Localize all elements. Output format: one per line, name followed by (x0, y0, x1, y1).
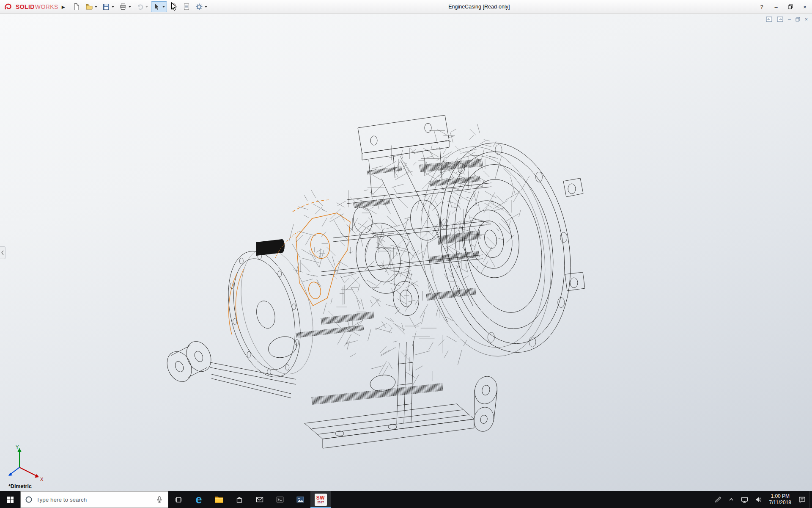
print-button[interactable] (117, 1, 133, 12)
action-center-button[interactable] (795, 491, 809, 508)
volume-button[interactable] (752, 491, 765, 508)
action-center-icon (798, 496, 806, 503)
select-dropdown-arrow[interactable] (162, 6, 165, 8)
system-tray: 1:00 PM 7/11/2018 (711, 491, 812, 508)
terminal-icon (276, 495, 284, 504)
network-icon (741, 496, 749, 503)
display-pane-icon[interactable] (777, 17, 783, 22)
clock-date: 7/11/2018 (769, 500, 792, 506)
clock-time: 1:00 PM (771, 493, 790, 500)
save-button[interactable] (100, 1, 116, 12)
start-icon (7, 496, 14, 503)
window-controls: ? – × (754, 0, 812, 14)
panel-collapse-tab[interactable] (0, 246, 5, 259)
wireframe-model: Y X (0, 14, 812, 491)
photos-icon (296, 495, 304, 504)
triad-x-label: X (40, 477, 44, 482)
taskbar-app-mail[interactable] (250, 491, 270, 508)
file-explorer-icon (214, 496, 224, 504)
file-properties-button[interactable] (181, 1, 192, 12)
reference-triad: Y X (8, 444, 44, 482)
ds-logo-icon (3, 3, 14, 11)
triad-y-label: Y (16, 444, 19, 450)
brand-text-solid: SOLID (16, 3, 35, 10)
microphone-icon[interactable] (155, 495, 164, 504)
save-icon (102, 3, 110, 11)
select-tool-button[interactable] (151, 1, 167, 12)
network-button[interactable] (738, 491, 752, 508)
close-doc-icon[interactable]: × (805, 17, 808, 22)
solidworks-brand: SOLIDWORKS (3, 3, 58, 11)
restore-button[interactable] (783, 0, 798, 14)
quick-access-toolbar (71, 1, 209, 12)
restore-doc-icon[interactable] (796, 17, 800, 22)
brand-text-works: WORKS (35, 3, 58, 10)
taskbar-app-file-explorer[interactable] (209, 491, 229, 508)
print-icon (119, 3, 127, 11)
graphics-area[interactable]: Y X – × *Dimetric (0, 14, 812, 491)
minimize-doc-icon[interactable]: – (788, 17, 791, 22)
rebuild-button[interactable] (168, 1, 180, 12)
minimize-button[interactable]: – (769, 0, 783, 14)
document-title: EngineCasing [Read-only] (448, 0, 510, 14)
taskbar-app-edge[interactable]: e (189, 491, 209, 508)
show-desktop-button[interactable] (809, 491, 812, 508)
open-button[interactable] (83, 1, 99, 12)
sw-badge-year: 2017 (317, 501, 324, 504)
start-button[interactable] (0, 491, 20, 508)
open-folder-icon (85, 3, 93, 11)
options-gear-icon (195, 3, 203, 11)
sw-badge-letters: SW (316, 495, 325, 500)
help-button[interactable]: ? (754, 0, 769, 14)
orientation-label: *Dimetric (8, 483, 32, 489)
options-dropdown-arrow[interactable] (205, 6, 207, 8)
collapse-chevron-icon (1, 250, 4, 256)
taskbar-app-photos[interactable] (290, 491, 310, 508)
save-dropdown-arrow[interactable] (112, 6, 114, 8)
taskbar-clock[interactable]: 1:00 PM 7/11/2018 (765, 491, 796, 508)
search-input[interactable] (36, 497, 151, 503)
tray-overflow-button[interactable] (725, 491, 738, 508)
new-document-button[interactable] (71, 1, 82, 12)
task-view-icon (175, 496, 183, 503)
edge-icon: e (195, 494, 202, 505)
mail-icon (255, 495, 264, 504)
taskbar-app-solidworks[interactable]: SW 2017 (310, 491, 331, 508)
cortana-ring-icon (25, 496, 33, 503)
close-button[interactable]: × (798, 0, 812, 14)
new-document-icon (73, 3, 80, 11)
pen-icon (714, 496, 722, 503)
app-titlebar: SOLIDWORKS ▶ (0, 0, 812, 14)
windows-taskbar: e SW 2 (0, 491, 812, 508)
taskbar-search-box[interactable] (20, 491, 168, 508)
windows-ink-button[interactable] (711, 491, 725, 508)
chevron-up-icon (728, 496, 735, 503)
file-properties-icon (183, 3, 190, 11)
restore-icon (788, 4, 793, 9)
volume-icon (754, 496, 763, 503)
taskbar-app-store[interactable] (229, 491, 250, 508)
featuremanager-pane-icon[interactable] (766, 17, 772, 22)
undo-button[interactable] (134, 1, 150, 12)
undo-dropdown-arrow[interactable] (145, 6, 148, 8)
task-view-button[interactable] (168, 491, 189, 508)
print-dropdown-arrow[interactable] (129, 6, 131, 8)
document-window-controls: – × (766, 17, 808, 22)
select-arrow-icon (153, 3, 161, 11)
rebuild-icon (170, 3, 178, 11)
options-button[interactable] (193, 1, 209, 12)
taskbar-app-terminal[interactable] (270, 491, 290, 508)
highlighted-part (229, 200, 350, 334)
solidworks-icon: SW 2017 (315, 494, 327, 506)
store-icon (235, 495, 244, 504)
menu-flyout-arrow[interactable]: ▶ (58, 3, 69, 11)
undo-icon (136, 3, 144, 11)
open-dropdown-arrow[interactable] (95, 6, 97, 8)
